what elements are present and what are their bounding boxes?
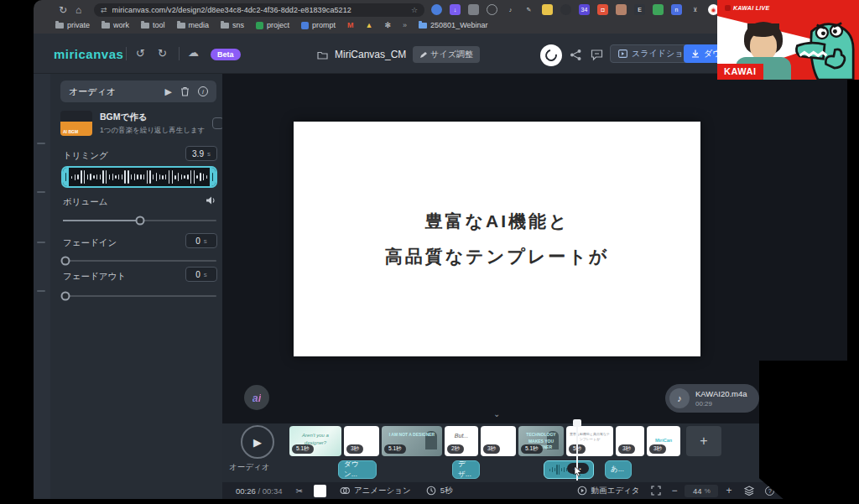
extension-icon[interactable]: [616, 4, 627, 15]
animation-icon[interactable]: [340, 486, 350, 496]
speaker-icon[interactable]: [206, 195, 216, 205]
bookmarks-bar: private work tool media sns project prom…: [55, 19, 487, 31]
reload-icon[interactable]: ↻: [59, 3, 67, 17]
fade-out-slider[interactable]: [63, 295, 216, 297]
bookmark-item[interactable]: project: [256, 21, 289, 29]
fade-in-value-box[interactable]: 0s: [185, 233, 217, 248]
account-avatar[interactable]: [540, 44, 562, 66]
layers-icon[interactable]: [744, 486, 754, 496]
background-color-swatch[interactable]: [314, 485, 326, 497]
animation-label[interactable]: アニメーション: [354, 486, 411, 496]
timeline-play-button[interactable]: ▶: [241, 425, 274, 459]
timeline-clip[interactable]: I AM NOT A DESIGNER5.1秒: [382, 426, 442, 456]
slide-text-line[interactable]: 高品質なテンプレートが: [385, 245, 609, 268]
bgm-card[interactable]: AI BGM BGMで作る 1つの音楽を繰り返し再生します: [60, 107, 216, 139]
tab-switch-icon: ⇄: [101, 6, 107, 14]
extension-icon[interactable]: [431, 4, 442, 15]
audio-chip[interactable]: あ...: [605, 460, 632, 479]
timeline-clip[interactable]: TECHNOLOGY MAKES YOU DESIGNER5.1秒: [518, 426, 564, 456]
extension-icon[interactable]: E: [634, 4, 645, 15]
audio-chip[interactable]: ダウン...: [338, 460, 377, 479]
add-clip-button[interactable]: +: [686, 426, 721, 456]
bookmarks-overflow-chevron[interactable]: »: [403, 21, 407, 29]
feedback-icon[interactable]: [591, 49, 603, 61]
share-icon[interactable]: [570, 49, 582, 61]
miricanvas-logo[interactable]: miricanvas: [54, 47, 123, 61]
volume-slider[interactable]: [63, 220, 216, 221]
video-editor-label[interactable]: 動画エディタ: [591, 486, 640, 496]
undo-icon[interactable]: ↺: [136, 47, 145, 60]
bookmark-folder[interactable]: private: [55, 21, 90, 29]
extension-icon[interactable]: ♪: [505, 4, 516, 15]
audio-panel-header: オーディオ ▶ i: [60, 81, 216, 102]
fade-out-slider-knob[interactable]: [61, 292, 70, 301]
zoom-in-button[interactable]: +: [726, 485, 731, 496]
document-title[interactable]: MiriCanvas_CM: [335, 49, 406, 60]
bookmark-folder[interactable]: 250801_Webinar: [419, 21, 487, 29]
gmail-icon[interactable]: M: [347, 21, 354, 29]
slide-text-line[interactable]: 豊富なAI機能と: [425, 210, 570, 233]
trim-handle-right[interactable]: [210, 168, 216, 186]
extension-icon[interactable]: [542, 4, 553, 15]
bookmark-folder[interactable]: tool: [141, 21, 165, 29]
zoom-out-button[interactable]: −: [671, 485, 677, 496]
audio-chip[interactable]: デザ...: [452, 460, 480, 479]
clip-duration-label[interactable]: 5秒: [440, 486, 453, 496]
split-scissors-icon[interactable]: ✂: [295, 486, 302, 496]
panel-title: オーディオ: [69, 86, 157, 98]
timeline-clip[interactable]: 豊富なAI機能と高品質なテンプレートが5秒: [566, 426, 613, 456]
timeline-clip[interactable]: MiriCan3秒: [647, 426, 680, 456]
resize-button[interactable]: サイズ調整: [413, 46, 480, 63]
audio-clip-card[interactable]: ♪ KAWAI20.m4a 00:29: [665, 384, 759, 413]
url-text[interactable]: miricanvas.com/v2/design2/d8ee34c8-4dc2-…: [112, 6, 406, 14]
trimming-value-box[interactable]: 3.9s: [185, 146, 217, 161]
timeline-clip[interactable]: 3秒: [481, 426, 516, 456]
timeline-clip[interactable]: Aren't you a designer?5.1秒: [289, 426, 341, 456]
video-editor-icon[interactable]: [577, 486, 587, 496]
extension-icon[interactable]: ✎: [523, 4, 534, 15]
slide-page[interactable]: 豊富なAI機能と 高品質なテンプレートが: [294, 122, 700, 356]
play-icon[interactable]: ▶: [165, 86, 172, 97]
bookmark-folder[interactable]: sns: [221, 21, 244, 29]
extension-icon[interactable]: [468, 4, 479, 15]
volume-slider-knob[interactable]: [135, 216, 144, 226]
bottom-toolbar: 00:26 / 00:34 ✂ アニメーション 5秒 動画エディタ − 44% …: [222, 482, 847, 499]
timeline-clip[interactable]: 3秒: [616, 426, 644, 456]
bookmark-folder[interactable]: media: [177, 21, 210, 29]
fade-out-value-box[interactable]: 0s: [185, 267, 217, 282]
bookmark-item[interactable]: prompt: [301, 21, 336, 29]
screen-margin: [759, 361, 859, 504]
extension-icon[interactable]: [653, 4, 664, 15]
extension-icon[interactable]: [487, 4, 497, 15]
zoom-level-box[interactable]: 44%: [685, 485, 718, 497]
trash-icon[interactable]: [180, 86, 190, 96]
playhead-handle[interactable]: [573, 419, 581, 427]
extension-icon[interactable]: ⊻: [690, 4, 700, 15]
bookmark-folder[interactable]: work: [102, 21, 129, 29]
fit-screen-icon[interactable]: [651, 486, 661, 496]
timeline-clip[interactable]: But...2秒: [445, 426, 478, 456]
playback-time: 00:26 / 00:34: [236, 486, 282, 496]
extension-icon[interactable]: ◘: [597, 4, 608, 15]
info-icon[interactable]: i: [198, 86, 208, 96]
pinwheel-icon[interactable]: ✻: [385, 21, 392, 29]
extension-icon[interactable]: 34: [579, 4, 590, 15]
screen: ↻ ⌂ ⇄ miricanvas.com/v2/design2/d8ee34c8…: [0, 0, 859, 504]
cloud-save-icon[interactable]: ☁: [188, 46, 199, 59]
home-icon[interactable]: ⌂: [75, 3, 81, 17]
bookmark-star-icon[interactable]: ☆: [411, 6, 418, 14]
trim-handle-left[interactable]: [63, 168, 69, 186]
address-bar[interactable]: ⇄ miricanvas.com/v2/design2/d8ee34c8-4dc…: [94, 3, 424, 17]
presenter-name-tag: KAWAI: [717, 64, 763, 80]
fade-in-slider-knob[interactable]: [61, 257, 70, 266]
timeline-clip[interactable]: 3秒: [344, 426, 379, 456]
redo-icon[interactable]: ↻: [158, 47, 167, 60]
audio-waveform-trimmer[interactable]: [61, 166, 217, 188]
extension-icon[interactable]: n: [671, 4, 682, 15]
clock-icon[interactable]: [426, 486, 436, 496]
extension-icon[interactable]: [560, 4, 571, 15]
drive-icon[interactable]: ▲: [366, 21, 373, 29]
fade-in-slider[interactable]: [63, 260, 216, 262]
timeline-collapse-chevron[interactable]: ⌄: [493, 409, 500, 418]
extension-icon[interactable]: ↓: [450, 4, 461, 15]
